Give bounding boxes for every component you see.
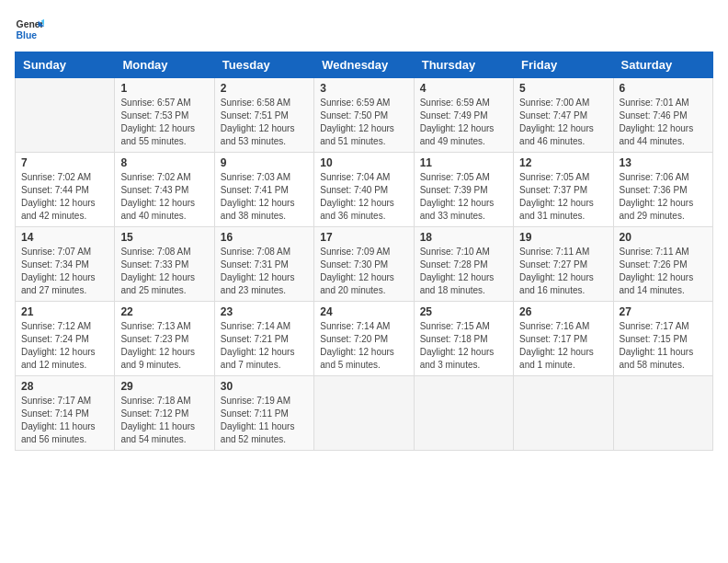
logo-icon: General Blue <box>15 15 44 44</box>
day-info: Sunrise: 7:19 AMSunset: 7:11 PMDaylight:… <box>221 395 308 446</box>
calendar-cell: 28Sunrise: 7:17 AMSunset: 7:14 PMDayligh… <box>16 376 115 451</box>
day-number: 27 <box>620 305 707 318</box>
day-info: Sunrise: 6:57 AMSunset: 7:53 PMDaylight:… <box>120 97 208 148</box>
day-number: 11 <box>420 156 507 169</box>
day-number: 14 <box>21 231 108 244</box>
day-number: 6 <box>620 82 707 95</box>
day-number: 16 <box>221 231 308 244</box>
day-info: Sunrise: 6:59 AMSunset: 7:49 PMDaylight:… <box>420 97 507 148</box>
day-info: Sunrise: 7:15 AMSunset: 7:18 PMDaylight:… <box>420 320 507 372</box>
calendar-cell: 19Sunrise: 7:11 AMSunset: 7:27 PMDayligh… <box>514 227 613 302</box>
day-info: Sunrise: 7:16 AMSunset: 7:17 PMDaylight:… <box>519 320 607 372</box>
day-info: Sunrise: 6:59 AMSunset: 7:50 PMDaylight:… <box>320 97 407 148</box>
day-info: Sunrise: 7:08 AMSunset: 7:31 PMDaylight:… <box>221 246 308 297</box>
calendar-cell <box>16 78 115 153</box>
day-number: 15 <box>120 231 208 244</box>
calendar-cell: 25Sunrise: 7:15 AMSunset: 7:18 PMDayligh… <box>414 302 513 376</box>
calendar-cell: 11Sunrise: 7:05 AMSunset: 7:39 PMDayligh… <box>414 153 513 227</box>
calendar-cell: 6Sunrise: 7:01 AMSunset: 7:46 PMDaylight… <box>613 78 712 153</box>
calendar-cell: 29Sunrise: 7:18 AMSunset: 7:12 PMDayligh… <box>115 376 214 451</box>
day-number: 3 <box>320 82 407 95</box>
day-info: Sunrise: 7:03 AMSunset: 7:41 PMDaylight:… <box>221 171 308 223</box>
day-number: 18 <box>420 231 507 244</box>
day-number: 17 <box>320 231 407 244</box>
day-info: Sunrise: 7:02 AMSunset: 7:44 PMDaylight:… <box>21 171 108 223</box>
calendar-cell: 12Sunrise: 7:05 AMSunset: 7:37 PMDayligh… <box>514 153 613 227</box>
day-number: 13 <box>620 156 707 169</box>
calendar-week-row: 28Sunrise: 7:17 AMSunset: 7:14 PMDayligh… <box>16 376 713 451</box>
day-number: 5 <box>519 82 607 95</box>
calendar-cell: 18Sunrise: 7:10 AMSunset: 7:28 PMDayligh… <box>414 227 513 302</box>
calendar-cell: 5Sunrise: 7:00 AMSunset: 7:47 PMDaylight… <box>514 78 613 153</box>
calendar-cell: 7Sunrise: 7:02 AMSunset: 7:44 PMDaylight… <box>16 153 115 227</box>
day-number: 20 <box>620 231 707 244</box>
header-day-thursday: Thursday <box>414 52 513 78</box>
calendar-cell: 20Sunrise: 7:11 AMSunset: 7:26 PMDayligh… <box>613 227 712 302</box>
day-info: Sunrise: 7:12 AMSunset: 7:24 PMDaylight:… <box>21 320 108 372</box>
day-info: Sunrise: 7:07 AMSunset: 7:34 PMDaylight:… <box>21 246 108 297</box>
day-info: Sunrise: 7:05 AMSunset: 7:37 PMDaylight:… <box>519 171 607 223</box>
svg-text:Blue: Blue <box>17 30 38 40</box>
calendar-cell <box>514 376 613 451</box>
calendar-cell: 8Sunrise: 7:02 AMSunset: 7:43 PMDaylight… <box>115 153 214 227</box>
day-info: Sunrise: 7:05 AMSunset: 7:39 PMDaylight:… <box>420 171 507 223</box>
day-number: 4 <box>420 82 507 95</box>
logo: General Blue <box>15 15 44 44</box>
calendar-cell: 21Sunrise: 7:12 AMSunset: 7:24 PMDayligh… <box>16 302 115 376</box>
day-info: Sunrise: 7:00 AMSunset: 7:47 PMDaylight:… <box>519 97 607 148</box>
calendar-table: SundayMondayTuesdayWednesdayThursdayFrid… <box>15 52 713 451</box>
day-info: Sunrise: 7:14 AMSunset: 7:21 PMDaylight:… <box>221 320 308 372</box>
day-number: 2 <box>221 82 308 95</box>
day-info: Sunrise: 7:09 AMSunset: 7:30 PMDaylight:… <box>320 246 407 297</box>
calendar-week-row: 21Sunrise: 7:12 AMSunset: 7:24 PMDayligh… <box>16 302 713 376</box>
header-day-friday: Friday <box>514 52 613 78</box>
calendar-week-row: 14Sunrise: 7:07 AMSunset: 7:34 PMDayligh… <box>16 227 713 302</box>
calendar-cell <box>414 376 513 451</box>
calendar-cell: 10Sunrise: 7:04 AMSunset: 7:40 PMDayligh… <box>314 153 414 227</box>
day-info: Sunrise: 7:18 AMSunset: 7:12 PMDaylight:… <box>120 395 208 446</box>
day-number: 1 <box>120 82 208 95</box>
day-number: 7 <box>21 156 108 169</box>
day-info: Sunrise: 7:10 AMSunset: 7:28 PMDaylight:… <box>420 246 507 297</box>
day-info: Sunrise: 7:01 AMSunset: 7:46 PMDaylight:… <box>620 97 707 148</box>
day-number: 8 <box>120 156 208 169</box>
header-day-saturday: Saturday <box>613 52 712 78</box>
day-info: Sunrise: 7:17 AMSunset: 7:15 PMDaylight:… <box>620 320 707 372</box>
header-day-sunday: Sunday <box>16 52 115 78</box>
calendar-header-row: SundayMondayTuesdayWednesdayThursdayFrid… <box>16 52 713 78</box>
header-day-tuesday: Tuesday <box>214 52 313 78</box>
day-number: 26 <box>519 305 607 318</box>
calendar-cell: 23Sunrise: 7:14 AMSunset: 7:21 PMDayligh… <box>214 302 313 376</box>
calendar-cell: 24Sunrise: 7:14 AMSunset: 7:20 PMDayligh… <box>314 302 414 376</box>
day-number: 10 <box>320 156 407 169</box>
calendar-cell: 17Sunrise: 7:09 AMSunset: 7:30 PMDayligh… <box>314 227 414 302</box>
day-info: Sunrise: 7:14 AMSunset: 7:20 PMDaylight:… <box>320 320 407 372</box>
day-number: 30 <box>221 380 308 393</box>
calendar-cell: 16Sunrise: 7:08 AMSunset: 7:31 PMDayligh… <box>214 227 313 302</box>
calendar-cell: 15Sunrise: 7:08 AMSunset: 7:33 PMDayligh… <box>115 227 214 302</box>
calendar-cell: 30Sunrise: 7:19 AMSunset: 7:11 PMDayligh… <box>214 376 313 451</box>
day-number: 25 <box>420 305 507 318</box>
day-number: 22 <box>120 305 208 318</box>
day-info: Sunrise: 6:58 AMSunset: 7:51 PMDaylight:… <box>221 97 308 148</box>
calendar-cell <box>314 376 414 451</box>
calendar-week-row: 7Sunrise: 7:02 AMSunset: 7:44 PMDaylight… <box>16 153 713 227</box>
day-info: Sunrise: 7:17 AMSunset: 7:14 PMDaylight:… <box>21 395 108 446</box>
calendar-cell: 9Sunrise: 7:03 AMSunset: 7:41 PMDaylight… <box>214 153 313 227</box>
day-number: 9 <box>221 156 308 169</box>
header-day-wednesday: Wednesday <box>314 52 414 78</box>
day-number: 19 <box>519 231 607 244</box>
calendar-cell: 27Sunrise: 7:17 AMSunset: 7:15 PMDayligh… <box>613 302 712 376</box>
page-header: General Blue <box>15 15 713 44</box>
calendar-cell: 22Sunrise: 7:13 AMSunset: 7:23 PMDayligh… <box>115 302 214 376</box>
day-number: 24 <box>320 305 407 318</box>
day-number: 29 <box>120 380 208 393</box>
calendar-cell: 2Sunrise: 6:58 AMSunset: 7:51 PMDaylight… <box>214 78 313 153</box>
calendar-cell <box>613 376 712 451</box>
day-info: Sunrise: 7:11 AMSunset: 7:26 PMDaylight:… <box>620 246 707 297</box>
day-number: 21 <box>21 305 108 318</box>
day-info: Sunrise: 7:08 AMSunset: 7:33 PMDaylight:… <box>120 246 208 297</box>
day-info: Sunrise: 7:06 AMSunset: 7:36 PMDaylight:… <box>620 171 707 223</box>
calendar-cell: 13Sunrise: 7:06 AMSunset: 7:36 PMDayligh… <box>613 153 712 227</box>
day-number: 28 <box>21 380 108 393</box>
